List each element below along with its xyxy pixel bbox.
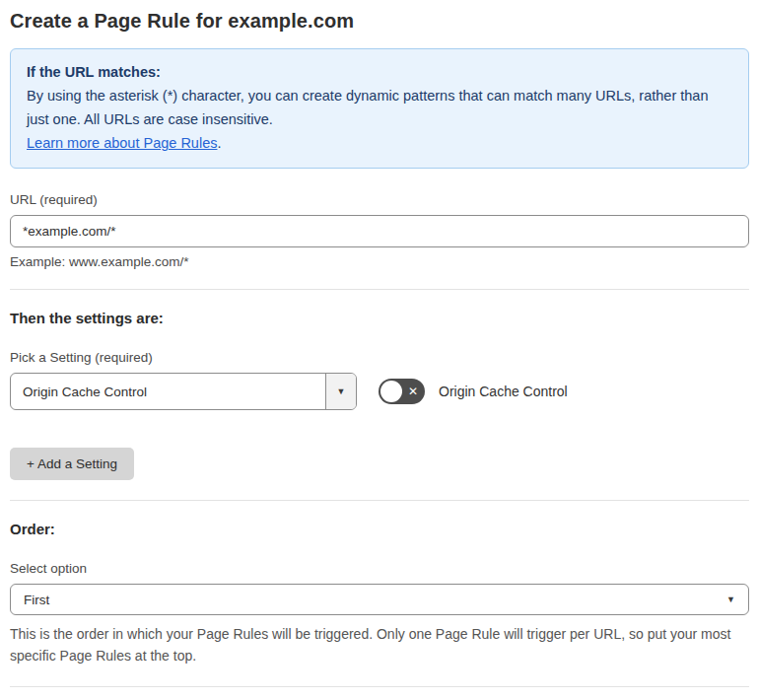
info-box-link-line: Learn more about Page Rules. [27,131,732,155]
toggle-off-x-icon: ✕ [408,385,418,397]
info-box-heading: If the URL matches: [27,60,732,84]
order-select[interactable]: First ▼ [10,584,749,615]
page-title: Create a Page Rule for example.com [10,10,749,33]
chevron-down-icon: ▼ [337,386,346,396]
setting-select[interactable]: Origin Cache Control ▼ [10,373,357,410]
order-helper-text: This is the order in which your Page Rul… [10,623,749,666]
setting-select-value: Origin Cache Control [11,374,325,409]
info-box-body: By using the asterisk (*) character, you… [27,84,732,131]
url-input[interactable] [10,215,749,247]
divider [10,289,749,290]
chevron-down-icon: ▼ [726,595,735,604]
order-select-label: Select option [10,561,749,576]
divider [10,500,749,501]
add-setting-button[interactable]: + Add a Setting [10,448,134,480]
origin-cache-control-toggle[interactable]: ✕ [379,379,425,404]
order-select-value: First [24,593,726,607]
settings-section: Then the settings are: Pick a Setting (r… [10,310,749,480]
divider [10,686,749,687]
link-suffix: . [217,135,221,151]
settings-heading: Then the settings are: [10,310,749,326]
toggle-label: Origin Cache Control [439,384,568,399]
url-match-info-box: If the URL matches: By using the asteris… [10,48,749,169]
url-example-helper: Example: www.example.com/* [10,254,749,269]
order-heading: Order: [10,521,749,537]
setting-select-arrow-button[interactable]: ▼ [325,374,356,409]
setting-row: Origin Cache Control ▼ ✕ Origin Cache Co… [10,373,749,410]
learn-more-link[interactable]: Learn more about Page Rules [27,135,217,151]
toggle-knob [380,381,402,402]
page-rule-form: Create a Page Rule for example.com If th… [0,0,759,700]
url-field-label: URL (required) [10,192,749,207]
order-section: Order: Select option First ▼ This is the… [10,521,749,666]
url-section: URL (required) Example: www.example.com/… [10,192,749,269]
pick-setting-label: Pick a Setting (required) [10,350,749,365]
